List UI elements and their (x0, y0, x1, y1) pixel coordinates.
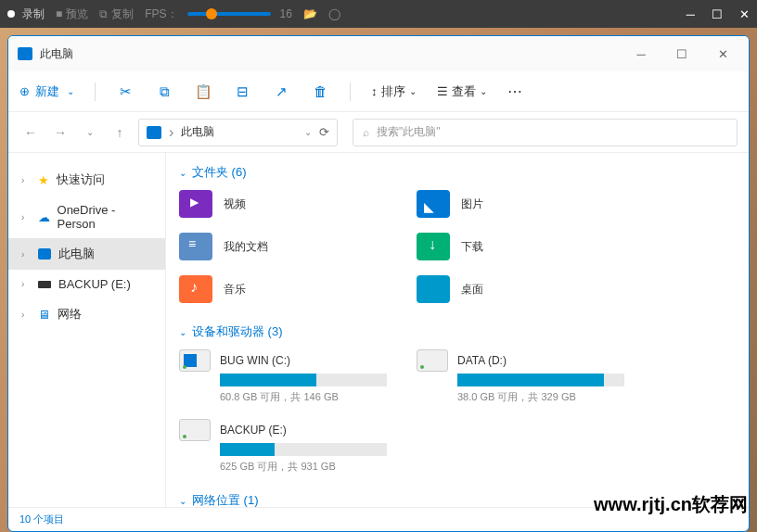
nav-row: ← → ⌄ ↑ › 此电脑 ⌄ ⟳ ⌕ 搜索"此电脑" (8, 112, 749, 153)
video-folder-icon (179, 190, 212, 218)
sidebar-item-network[interactable]: ›🖥网络 (8, 298, 165, 330)
preview-button[interactable]: ■预览 (56, 6, 88, 22)
sidebar-item-label: 网络 (58, 306, 82, 323)
sidebar-item-backup[interactable]: ›BACKUP (E:) (8, 270, 165, 298)
window-controls: ─ ☐ ✕ (624, 41, 739, 67)
toolbar: ⊕新建⌄ ✂ ⧉ 📋 ⊟ ↗ 🗑 ↕排序⌄ ☰查看⌄ ⋯ (8, 71, 749, 112)
sidebar-item-label: 此电脑 (58, 246, 95, 262)
win-maximize-button[interactable]: ☐ (665, 41, 699, 67)
copy-button[interactable]: ⧉复制 (99, 6, 134, 22)
chevron-right-icon: › (21, 310, 31, 320)
downloads-folder-icon (417, 233, 450, 260)
drive-d-bar (457, 374, 624, 386)
search-input[interactable]: ⌕ 搜索"此电脑" (353, 119, 738, 146)
rename-icon[interactable]: ⊟ (233, 83, 251, 100)
breadcrumb-sep: › (169, 124, 173, 141)
drive-e-bar (220, 443, 387, 456)
search-icon: ⌕ (363, 126, 369, 139)
drive-name: BACKUP (E:) (220, 424, 287, 437)
section-title: 文件夹 (6) (192, 164, 247, 181)
delete-icon[interactable]: 🗑 (311, 83, 329, 99)
drive-e-fill (220, 443, 275, 456)
cut-icon[interactable]: ✂ (116, 83, 135, 100)
new-button[interactable]: ⊕新建⌄ (19, 83, 74, 100)
recorder-bar: 录制 ■预览 ⧉复制 FPS： 16 📂 ◯ ─ ☐ ✕ (0, 0, 757, 28)
sort-button[interactable]: ↕排序⌄ (371, 83, 417, 100)
sidebar-item-label: 快速访问 (57, 171, 105, 188)
new-label: 新建 (35, 83, 59, 100)
paste-icon[interactable]: 📋 (194, 83, 212, 100)
drive-d-icon (417, 349, 448, 372)
cloud-icon: ☁ (38, 210, 50, 224)
network-icon: 🖥 (38, 308, 50, 322)
chevron-right-icon: › (21, 249, 31, 260)
folder-documents[interactable]: 我的文档 (179, 233, 417, 260)
folder-pictures[interactable]: 图片 (417, 190, 654, 218)
folder-label: 视频 (224, 196, 246, 212)
section-title: 设备和驱动器 (3) (192, 323, 283, 340)
folder-video[interactable]: 视频 (179, 190, 417, 218)
chevron-down-icon[interactable]: ⌄ (79, 127, 101, 137)
music-folder-icon (179, 275, 212, 303)
watermark: www.rjtj.cn软荐网 (594, 492, 748, 517)
share-icon[interactable]: ↗ (272, 83, 290, 100)
folder-downloads[interactable]: 下载 (417, 233, 654, 260)
drive-c-bar (220, 374, 387, 386)
chevron-down-icon: ⌄ (67, 86, 74, 96)
fps-control[interactable]: FPS： 16 (145, 6, 292, 22)
chevron-right-icon: › (21, 175, 31, 185)
thispc-icon (18, 47, 32, 60)
back-button[interactable]: ← (19, 125, 42, 140)
desktop-folder-icon (417, 275, 450, 303)
toolbar-divider (95, 82, 96, 101)
folders-grid: 视频 图片 我的文档 下载 音乐 桌面 (179, 190, 749, 303)
folder-music[interactable]: 音乐 (179, 275, 417, 303)
content-area: ⌄文件夹 (6) 视频 图片 我的文档 下载 音乐 桌面 ⌄设备和驱动器 (3)… (166, 153, 749, 507)
drive-c[interactable]: BUG WIN (C:) 60.8 GB 可用，共 146 GB (179, 349, 417, 404)
folder-label: 图片 (461, 196, 483, 212)
drive-d[interactable]: DATA (D:) 38.0 GB 可用，共 329 GB (417, 349, 654, 404)
refresh-button[interactable]: ⟳ (319, 125, 329, 139)
folder-open-icon[interactable]: 📂 (303, 7, 317, 20)
win-close-button[interactable]: ✕ (706, 41, 739, 67)
pc-icon (38, 248, 51, 260)
sidebar-item-quick[interactable]: ›★快速访问 (8, 164, 165, 196)
sort-label: 排序 (381, 83, 405, 100)
drive-c-fill (220, 374, 316, 386)
maximize-button[interactable]: ☐ (712, 7, 723, 21)
more-button[interactable]: ⋯ (507, 82, 522, 100)
fps-slider[interactable] (187, 12, 271, 16)
sidebar-item-thispc[interactable]: ›此电脑 (8, 238, 165, 270)
up-button[interactable]: ↑ (109, 125, 131, 140)
minimize-button[interactable]: ─ (686, 7, 695, 21)
chevron-down-icon: ⌄ (409, 86, 417, 96)
record-button[interactable]: 录制 (7, 6, 45, 22)
section-drives-header[interactable]: ⌄设备和驱动器 (3) (179, 323, 749, 340)
sidebar-item-onedrive[interactable]: ›☁OneDrive - Person (8, 196, 165, 238)
drive-c-icon (179, 349, 211, 372)
close-button[interactable]: ✕ (739, 7, 750, 21)
copy-action-icon[interactable]: ⧉ (155, 83, 173, 100)
drive-e[interactable]: BACKUP (E:) 625 GB 可用，共 931 GB (179, 419, 417, 474)
search-placeholder: 搜索"此电脑" (377, 124, 441, 140)
chevron-down-icon: ⌄ (179, 496, 186, 506)
record-dot-icon (7, 10, 15, 18)
folder-desktop[interactable]: 桌面 (417, 275, 654, 303)
title-bar: 此电脑 ─ ☐ ✕ (8, 36, 749, 71)
github-icon[interactable]: ◯ (328, 7, 340, 20)
toolbar-divider2 (350, 82, 351, 101)
win-minimize-button[interactable]: ─ (624, 41, 658, 67)
chevron-down-icon: ⌄ (179, 327, 186, 337)
section-title: 网络位置 (1) (192, 492, 259, 507)
drives-grid: BUG WIN (C:) 60.8 GB 可用，共 146 GB DATA (D… (179, 349, 749, 474)
copy-label: 复制 (111, 6, 134, 22)
address-bar[interactable]: › 此电脑 ⌄ ⟳ (138, 119, 338, 146)
view-button[interactable]: ☰查看⌄ (437, 83, 487, 100)
section-folders-header[interactable]: ⌄文件夹 (6) (179, 164, 749, 181)
drive-info: 60.8 GB 可用，共 146 GB (220, 390, 417, 404)
status-items: 10 个项目 (19, 513, 64, 526)
forward-button[interactable]: → (49, 125, 71, 140)
plus-icon: ⊕ (19, 84, 30, 98)
chevron-down-icon[interactable]: ⌄ (304, 127, 312, 137)
drive-info: 38.0 GB 可用，共 329 GB (457, 390, 654, 404)
